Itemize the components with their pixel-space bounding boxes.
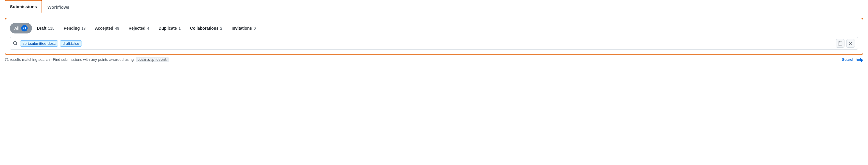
status-tab-all-label: All <box>14 26 20 31</box>
status-tab-invitations-label: Invitations <box>232 26 252 31</box>
status-tab-collaborations-label: Collaborations <box>190 26 218 31</box>
svg-rect-2 <box>840 44 840 44</box>
status-tab-all[interactable]: All 71 <box>10 23 32 33</box>
main-content: All 71 Draft 115 Pending 18 Accepted 48 <box>0 13 868 66</box>
tab-workflows[interactable]: Workflows <box>42 1 74 13</box>
filter-box: All 71 Draft 115 Pending 18 Accepted 48 <box>5 18 863 55</box>
status-bar: 71 results matching search · Find submis… <box>5 55 863 62</box>
status-tab-invitations[interactable]: Invitations 0 <box>227 24 260 33</box>
top-tab-bar: Submissions Workflows <box>0 0 868 13</box>
search-bar[interactable]: sort:submitted-desc draft:false <box>10 37 858 50</box>
sort-tag: sort:submitted-desc <box>20 40 58 47</box>
status-tab-pending-count: 18 <box>82 26 86 31</box>
status-tab-draft[interactable]: Draft 115 <box>33 24 59 33</box>
status-tab-duplicate-count: 1 <box>179 26 181 31</box>
status-tabs-row: All 71 Draft 115 Pending 18 Accepted 48 <box>10 23 858 33</box>
results-text: 71 results matching search · Find submis… <box>5 57 169 62</box>
status-tab-rejected-label: Rejected <box>128 26 145 31</box>
status-tab-rejected-count: 4 <box>147 26 149 31</box>
svg-rect-3 <box>841 44 841 44</box>
status-tab-draft-label: Draft <box>37 26 46 31</box>
status-tab-rejected[interactable]: Rejected 4 <box>124 24 154 33</box>
svg-rect-1 <box>839 44 840 44</box>
status-tab-all-badge: 71 <box>21 25 28 31</box>
calendar-button[interactable] <box>836 39 844 48</box>
status-tab-duplicate-label: Duplicate <box>159 26 177 31</box>
status-tab-accepted-label: Accepted <box>95 26 113 31</box>
search-help-link[interactable]: Search help <box>842 57 863 62</box>
status-tab-draft-count: 115 <box>48 26 55 31</box>
status-tab-duplicate[interactable]: Duplicate 1 <box>154 24 185 33</box>
search-icon <box>13 41 18 46</box>
status-tab-pending-label: Pending <box>64 26 80 31</box>
search-tags-container: sort:submitted-desc draft:false <box>20 40 833 47</box>
search-actions <box>836 39 855 48</box>
status-tab-collaborations[interactable]: Collaborations 2 <box>186 24 226 33</box>
status-tab-collaborations-count: 2 <box>220 26 222 31</box>
status-tab-accepted-count: 48 <box>115 26 119 31</box>
svg-rect-0 <box>838 42 842 46</box>
tab-submissions[interactable]: Submissions <box>5 0 42 13</box>
clear-button[interactable] <box>846 39 855 48</box>
status-tab-accepted[interactable]: Accepted 48 <box>91 24 124 33</box>
points-badge[interactable]: points:present <box>136 57 169 62</box>
page-wrapper: Submissions Workflows All 71 Draft 115 <box>0 0 868 66</box>
status-tab-invitations-count: 0 <box>254 26 256 31</box>
draft-tag: draft:false <box>60 40 82 47</box>
status-tab-pending[interactable]: Pending 18 <box>59 24 90 33</box>
